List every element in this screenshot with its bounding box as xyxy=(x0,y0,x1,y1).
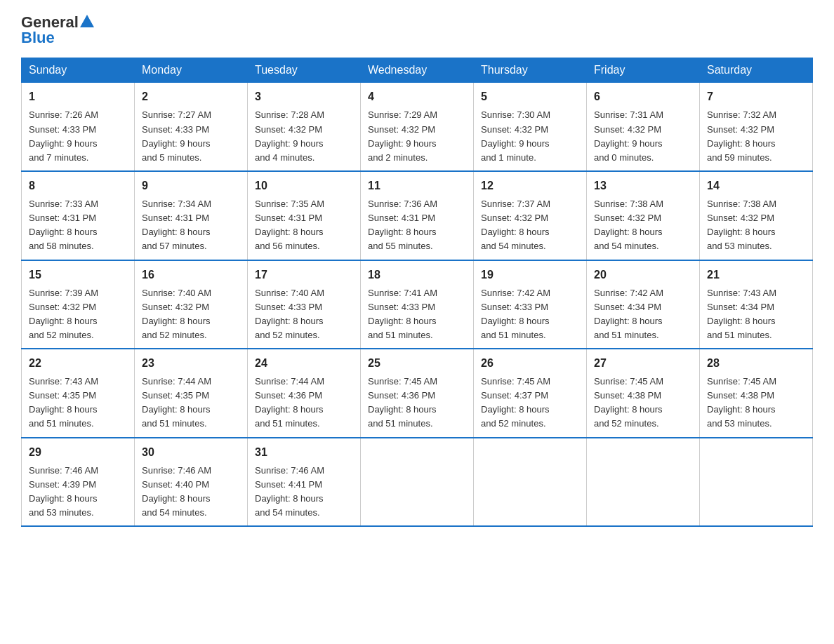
logo-triangle-icon xyxy=(80,15,94,27)
calendar-cell: 8Sunrise: 7:33 AMSunset: 4:31 PMDaylight… xyxy=(22,171,135,260)
calendar-cell: 23Sunrise: 7:44 AMSunset: 4:35 PMDayligh… xyxy=(135,349,248,438)
day-info: Sunrise: 7:46 AMSunset: 4:40 PMDaylight:… xyxy=(142,465,211,518)
day-number: 12 xyxy=(481,177,579,194)
day-number: 20 xyxy=(594,267,692,283)
day-info: Sunrise: 7:43 AMSunset: 4:35 PMDaylight:… xyxy=(29,376,98,429)
calendar-cell: 3Sunrise: 7:28 AMSunset: 4:32 PMDaylight… xyxy=(248,83,361,171)
calendar-cell: 15Sunrise: 7:39 AMSunset: 4:32 PMDayligh… xyxy=(22,260,135,349)
day-info: Sunrise: 7:26 AMSunset: 4:33 PMDaylight:… xyxy=(29,109,98,162)
calendar-week-4: 22Sunrise: 7:43 AMSunset: 4:35 PMDayligh… xyxy=(22,349,813,438)
svg-marker-0 xyxy=(80,15,94,27)
day-info: Sunrise: 7:32 AMSunset: 4:32 PMDaylight:… xyxy=(707,109,776,162)
day-info: Sunrise: 7:29 AMSunset: 4:32 PMDaylight:… xyxy=(368,109,437,162)
day-number: 7 xyxy=(707,88,805,105)
calendar-week-5: 29Sunrise: 7:46 AMSunset: 4:39 PMDayligh… xyxy=(22,438,813,527)
day-info: Sunrise: 7:42 AMSunset: 4:33 PMDaylight:… xyxy=(481,288,550,340)
day-number: 4 xyxy=(368,88,466,105)
calendar-cell: 7Sunrise: 7:32 AMSunset: 4:32 PMDaylight… xyxy=(700,83,813,171)
calendar-cell: 22Sunrise: 7:43 AMSunset: 4:35 PMDayligh… xyxy=(22,349,135,438)
day-number: 14 xyxy=(707,177,805,194)
day-info: Sunrise: 7:31 AMSunset: 4:32 PMDaylight:… xyxy=(594,109,663,162)
day-number: 5 xyxy=(481,88,579,105)
calendar-week-2: 8Sunrise: 7:33 AMSunset: 4:31 PMDaylight… xyxy=(22,171,813,260)
calendar-table: SundayMondayTuesdayWednesdayThursdayFrid… xyxy=(21,58,813,527)
calendar-cell xyxy=(700,438,813,527)
calendar-cell: 2Sunrise: 7:27 AMSunset: 4:33 PMDaylight… xyxy=(135,83,248,171)
day-number: 27 xyxy=(594,355,692,372)
day-number: 19 xyxy=(481,267,579,283)
day-info: Sunrise: 7:43 AMSunset: 4:34 PMDaylight:… xyxy=(707,288,776,340)
day-info: Sunrise: 7:45 AMSunset: 4:38 PMDaylight:… xyxy=(707,376,776,429)
calendar-cell xyxy=(474,438,587,527)
calendar-cell: 14Sunrise: 7:38 AMSunset: 4:32 PMDayligh… xyxy=(700,171,813,260)
day-number: 9 xyxy=(142,177,240,194)
day-number: 30 xyxy=(142,444,240,461)
day-info: Sunrise: 7:45 AMSunset: 4:38 PMDaylight:… xyxy=(594,376,663,429)
logo: General Blue xyxy=(21,14,94,46)
calendar-cell: 29Sunrise: 7:46 AMSunset: 4:39 PMDayligh… xyxy=(22,438,135,527)
calendar-header-row: SundayMondayTuesdayWednesdayThursdayFrid… xyxy=(22,58,813,83)
col-header-saturday: Saturday xyxy=(700,58,813,83)
day-number: 17 xyxy=(255,267,353,283)
calendar-cell: 1Sunrise: 7:26 AMSunset: 4:33 PMDaylight… xyxy=(22,83,135,171)
day-number: 18 xyxy=(368,267,466,283)
day-number: 22 xyxy=(29,355,127,372)
day-number: 31 xyxy=(255,444,353,461)
day-info: Sunrise: 7:30 AMSunset: 4:32 PMDaylight:… xyxy=(481,109,550,162)
calendar-cell: 16Sunrise: 7:40 AMSunset: 4:32 PMDayligh… xyxy=(135,260,248,349)
day-number: 8 xyxy=(29,177,127,194)
day-info: Sunrise: 7:28 AMSunset: 4:32 PMDaylight:… xyxy=(255,109,324,162)
calendar-cell: 28Sunrise: 7:45 AMSunset: 4:38 PMDayligh… xyxy=(700,349,813,438)
calendar-cell: 5Sunrise: 7:30 AMSunset: 4:32 PMDaylight… xyxy=(474,83,587,171)
day-number: 26 xyxy=(481,355,579,372)
day-number: 10 xyxy=(255,177,353,194)
calendar-cell: 18Sunrise: 7:41 AMSunset: 4:33 PMDayligh… xyxy=(361,260,474,349)
day-number: 28 xyxy=(707,355,805,372)
col-header-monday: Monday xyxy=(135,58,248,83)
day-number: 25 xyxy=(368,355,466,372)
day-number: 1 xyxy=(29,88,127,105)
day-info: Sunrise: 7:40 AMSunset: 4:33 PMDaylight:… xyxy=(255,288,324,340)
col-header-friday: Friday xyxy=(587,58,700,83)
day-info: Sunrise: 7:36 AMSunset: 4:31 PMDaylight:… xyxy=(368,199,437,251)
day-info: Sunrise: 7:46 AMSunset: 4:41 PMDaylight:… xyxy=(255,465,324,518)
day-info: Sunrise: 7:33 AMSunset: 4:31 PMDaylight:… xyxy=(29,199,98,251)
day-info: Sunrise: 7:40 AMSunset: 4:32 PMDaylight:… xyxy=(142,288,211,340)
day-number: 21 xyxy=(707,267,805,283)
col-header-sunday: Sunday xyxy=(22,58,135,83)
calendar-cell: 31Sunrise: 7:46 AMSunset: 4:41 PMDayligh… xyxy=(248,438,361,527)
calendar-cell: 6Sunrise: 7:31 AMSunset: 4:32 PMDaylight… xyxy=(587,83,700,171)
calendar-cell: 4Sunrise: 7:29 AMSunset: 4:32 PMDaylight… xyxy=(361,83,474,171)
col-header-thursday: Thursday xyxy=(474,58,587,83)
calendar-cell: 30Sunrise: 7:46 AMSunset: 4:40 PMDayligh… xyxy=(135,438,248,527)
day-info: Sunrise: 7:41 AMSunset: 4:33 PMDaylight:… xyxy=(368,288,437,340)
day-number: 23 xyxy=(142,355,240,372)
day-info: Sunrise: 7:38 AMSunset: 4:32 PMDaylight:… xyxy=(594,199,663,251)
calendar-cell: 9Sunrise: 7:34 AMSunset: 4:31 PMDaylight… xyxy=(135,171,248,260)
day-info: Sunrise: 7:42 AMSunset: 4:34 PMDaylight:… xyxy=(594,288,663,340)
day-info: Sunrise: 7:35 AMSunset: 4:31 PMDaylight:… xyxy=(255,199,324,251)
calendar-cell: 25Sunrise: 7:45 AMSunset: 4:36 PMDayligh… xyxy=(361,349,474,438)
day-info: Sunrise: 7:45 AMSunset: 4:37 PMDaylight:… xyxy=(481,376,550,429)
calendar-cell xyxy=(361,438,474,527)
day-number: 29 xyxy=(29,444,127,461)
calendar-cell: 13Sunrise: 7:38 AMSunset: 4:32 PMDayligh… xyxy=(587,171,700,260)
day-number: 2 xyxy=(142,88,240,105)
calendar-week-3: 15Sunrise: 7:39 AMSunset: 4:32 PMDayligh… xyxy=(22,260,813,349)
day-info: Sunrise: 7:44 AMSunset: 4:36 PMDaylight:… xyxy=(255,376,324,429)
calendar-cell: 24Sunrise: 7:44 AMSunset: 4:36 PMDayligh… xyxy=(248,349,361,438)
day-number: 11 xyxy=(368,177,466,194)
day-info: Sunrise: 7:45 AMSunset: 4:36 PMDaylight:… xyxy=(368,376,437,429)
day-info: Sunrise: 7:44 AMSunset: 4:35 PMDaylight:… xyxy=(142,376,211,429)
col-header-tuesday: Tuesday xyxy=(248,58,361,83)
day-info: Sunrise: 7:37 AMSunset: 4:32 PMDaylight:… xyxy=(481,199,550,251)
day-number: 3 xyxy=(255,88,353,105)
calendar-cell: 11Sunrise: 7:36 AMSunset: 4:31 PMDayligh… xyxy=(361,171,474,260)
day-number: 13 xyxy=(594,177,692,194)
logo-text-blue: Blue xyxy=(21,29,55,46)
day-info: Sunrise: 7:27 AMSunset: 4:33 PMDaylight:… xyxy=(142,109,211,162)
col-header-wednesday: Wednesday xyxy=(361,58,474,83)
day-number: 24 xyxy=(255,355,353,372)
day-number: 15 xyxy=(29,267,127,283)
calendar-cell: 26Sunrise: 7:45 AMSunset: 4:37 PMDayligh… xyxy=(474,349,587,438)
